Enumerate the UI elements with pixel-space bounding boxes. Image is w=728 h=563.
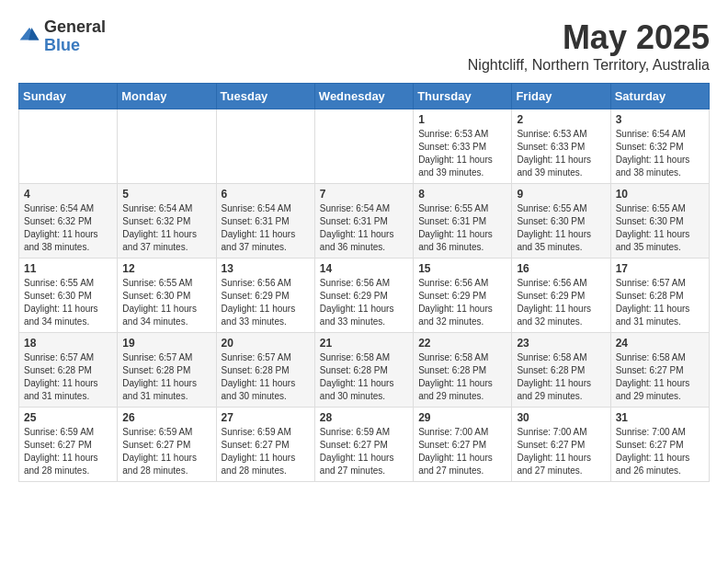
day-number: 12 bbox=[122, 262, 210, 275]
day-info: Sunrise: 6:54 AM Sunset: 6:31 PM Dayligh… bbox=[320, 202, 408, 254]
calendar-day-header: Monday bbox=[118, 84, 216, 109]
calendar-day-header: Tuesday bbox=[216, 84, 314, 109]
calendar-cell: 12Sunrise: 6:55 AM Sunset: 6:30 PM Dayli… bbox=[118, 259, 216, 333]
calendar-day-header: Wednesday bbox=[314, 84, 413, 109]
day-info: Sunrise: 6:55 AM Sunset: 6:31 PM Dayligh… bbox=[418, 202, 506, 254]
calendar-cell: 28Sunrise: 6:59 AM Sunset: 6:27 PM Dayli… bbox=[314, 408, 413, 482]
day-number: 18 bbox=[24, 337, 112, 350]
day-number: 5 bbox=[122, 188, 210, 201]
day-info: Sunrise: 6:59 AM Sunset: 6:27 PM Dayligh… bbox=[222, 426, 310, 477]
day-number: 24 bbox=[616, 337, 704, 350]
logo-blue: Blue bbox=[44, 37, 106, 55]
title-block: May 2025 Nightcliff, Northern Territory,… bbox=[468, 18, 710, 74]
day-number: 16 bbox=[517, 262, 605, 275]
day-info: Sunrise: 6:58 AM Sunset: 6:28 PM Dayligh… bbox=[517, 351, 605, 403]
calendar-cell: 30Sunrise: 7:00 AM Sunset: 6:27 PM Dayli… bbox=[512, 408, 610, 482]
calendar-cell: 14Sunrise: 6:56 AM Sunset: 6:29 PM Dayli… bbox=[314, 259, 413, 333]
calendar-row: 25Sunrise: 6:59 AM Sunset: 6:27 PM Dayli… bbox=[19, 408, 710, 482]
day-number: 9 bbox=[517, 188, 605, 201]
day-info: Sunrise: 6:54 AM Sunset: 6:32 PM Dayligh… bbox=[616, 128, 704, 179]
day-number: 21 bbox=[320, 337, 408, 350]
day-info: Sunrise: 6:55 AM Sunset: 6:30 PM Dayligh… bbox=[616, 202, 704, 254]
day-info: Sunrise: 6:58 AM Sunset: 6:28 PM Dayligh… bbox=[418, 351, 506, 403]
calendar-cell: 20Sunrise: 6:57 AM Sunset: 6:28 PM Dayli… bbox=[216, 333, 314, 408]
calendar-cell: 24Sunrise: 6:58 AM Sunset: 6:27 PM Dayli… bbox=[610, 333, 709, 408]
calendar-table: SundayMondayTuesdayWednesdayThursdayFrid… bbox=[18, 83, 710, 482]
day-number: 27 bbox=[222, 411, 310, 424]
day-info: Sunrise: 6:56 AM Sunset: 6:29 PM Dayligh… bbox=[222, 277, 310, 328]
calendar-cell: 23Sunrise: 6:58 AM Sunset: 6:28 PM Dayli… bbox=[512, 333, 610, 408]
logo: General Blue bbox=[18, 18, 106, 55]
page-title: May 2025 bbox=[468, 18, 710, 57]
day-number: 7 bbox=[320, 188, 408, 201]
calendar-day-header: Saturday bbox=[610, 84, 709, 109]
calendar-cell: 25Sunrise: 6:59 AM Sunset: 6:27 PM Dayli… bbox=[19, 408, 118, 482]
day-info: Sunrise: 6:54 AM Sunset: 6:31 PM Dayligh… bbox=[222, 202, 310, 254]
day-info: Sunrise: 6:58 AM Sunset: 6:27 PM Dayligh… bbox=[616, 351, 704, 403]
calendar-cell: 26Sunrise: 6:59 AM Sunset: 6:27 PM Dayli… bbox=[118, 408, 216, 482]
calendar-cell bbox=[19, 109, 118, 184]
calendar-cell: 6Sunrise: 6:54 AM Sunset: 6:31 PM Daylig… bbox=[216, 184, 314, 259]
logo-general: General bbox=[44, 18, 106, 37]
calendar-cell: 7Sunrise: 6:54 AM Sunset: 6:31 PM Daylig… bbox=[314, 184, 413, 259]
day-number: 20 bbox=[222, 337, 310, 350]
day-number: 25 bbox=[24, 411, 112, 424]
calendar-cell: 15Sunrise: 6:56 AM Sunset: 6:29 PM Dayli… bbox=[414, 259, 512, 333]
day-number: 17 bbox=[616, 262, 704, 275]
calendar-cell: 11Sunrise: 6:55 AM Sunset: 6:30 PM Dayli… bbox=[19, 259, 118, 333]
day-number: 2 bbox=[517, 113, 605, 126]
day-info: Sunrise: 6:55 AM Sunset: 6:30 PM Dayligh… bbox=[122, 277, 210, 328]
calendar-cell bbox=[118, 109, 216, 184]
calendar-cell: 3Sunrise: 6:54 AM Sunset: 6:32 PM Daylig… bbox=[610, 109, 709, 184]
calendar-cell: 8Sunrise: 6:55 AM Sunset: 6:31 PM Daylig… bbox=[414, 184, 512, 259]
day-number: 4 bbox=[24, 188, 112, 201]
calendar-cell: 17Sunrise: 6:57 AM Sunset: 6:28 PM Dayli… bbox=[610, 259, 709, 333]
calendar-cell: 5Sunrise: 6:54 AM Sunset: 6:32 PM Daylig… bbox=[118, 184, 216, 259]
day-info: Sunrise: 6:55 AM Sunset: 6:30 PM Dayligh… bbox=[517, 202, 605, 254]
day-info: Sunrise: 7:00 AM Sunset: 6:27 PM Dayligh… bbox=[517, 426, 605, 477]
day-info: Sunrise: 6:54 AM Sunset: 6:32 PM Dayligh… bbox=[122, 202, 210, 254]
day-info: Sunrise: 6:54 AM Sunset: 6:32 PM Dayligh… bbox=[24, 202, 112, 254]
day-number: 10 bbox=[616, 188, 704, 201]
day-info: Sunrise: 6:59 AM Sunset: 6:27 PM Dayligh… bbox=[24, 426, 112, 477]
calendar-day-header: Sunday bbox=[19, 84, 118, 109]
day-info: Sunrise: 6:57 AM Sunset: 6:28 PM Dayligh… bbox=[616, 277, 704, 328]
day-number: 1 bbox=[418, 113, 506, 126]
calendar-row: 1Sunrise: 6:53 AM Sunset: 6:33 PM Daylig… bbox=[19, 109, 710, 184]
day-info: Sunrise: 6:56 AM Sunset: 6:29 PM Dayligh… bbox=[418, 277, 506, 328]
day-number: 19 bbox=[122, 337, 210, 350]
calendar-cell: 2Sunrise: 6:53 AM Sunset: 6:33 PM Daylig… bbox=[512, 109, 610, 184]
day-number: 30 bbox=[517, 411, 605, 424]
calendar-cell: 9Sunrise: 6:55 AM Sunset: 6:30 PM Daylig… bbox=[512, 184, 610, 259]
day-number: 3 bbox=[616, 113, 704, 126]
page-subtitle: Nightcliff, Northern Territory, Australi… bbox=[468, 57, 710, 74]
logo-icon bbox=[18, 24, 40, 46]
calendar-cell: 16Sunrise: 6:56 AM Sunset: 6:29 PM Dayli… bbox=[512, 259, 610, 333]
calendar-cell bbox=[314, 109, 413, 184]
day-number: 11 bbox=[24, 262, 112, 275]
calendar-cell: 29Sunrise: 7:00 AM Sunset: 6:27 PM Dayli… bbox=[414, 408, 512, 482]
day-number: 22 bbox=[418, 337, 506, 350]
calendar-cell: 27Sunrise: 6:59 AM Sunset: 6:27 PM Dayli… bbox=[216, 408, 314, 482]
day-number: 14 bbox=[320, 262, 408, 275]
day-info: Sunrise: 7:00 AM Sunset: 6:27 PM Dayligh… bbox=[418, 426, 506, 477]
day-number: 6 bbox=[222, 188, 310, 201]
calendar-row: 18Sunrise: 6:57 AM Sunset: 6:28 PM Dayli… bbox=[19, 333, 710, 408]
calendar-cell: 13Sunrise: 6:56 AM Sunset: 6:29 PM Dayli… bbox=[216, 259, 314, 333]
day-info: Sunrise: 6:59 AM Sunset: 6:27 PM Dayligh… bbox=[320, 426, 408, 477]
calendar-cell: 22Sunrise: 6:58 AM Sunset: 6:28 PM Dayli… bbox=[414, 333, 512, 408]
calendar-row: 11Sunrise: 6:55 AM Sunset: 6:30 PM Dayli… bbox=[19, 259, 710, 333]
calendar-cell: 31Sunrise: 7:00 AM Sunset: 6:27 PM Dayli… bbox=[610, 408, 709, 482]
page-header: General Blue May 2025 Nightcliff, Northe… bbox=[18, 18, 710, 74]
day-info: Sunrise: 6:53 AM Sunset: 6:33 PM Dayligh… bbox=[418, 128, 506, 179]
day-info: Sunrise: 6:59 AM Sunset: 6:27 PM Dayligh… bbox=[122, 426, 210, 477]
calendar-cell: 10Sunrise: 6:55 AM Sunset: 6:30 PM Dayli… bbox=[610, 184, 709, 259]
calendar-cell: 21Sunrise: 6:58 AM Sunset: 6:28 PM Dayli… bbox=[314, 333, 413, 408]
calendar-day-header: Friday bbox=[512, 84, 610, 109]
day-number: 29 bbox=[418, 411, 506, 424]
day-info: Sunrise: 6:57 AM Sunset: 6:28 PM Dayligh… bbox=[222, 351, 310, 403]
day-number: 13 bbox=[222, 262, 310, 275]
day-info: Sunrise: 6:58 AM Sunset: 6:28 PM Dayligh… bbox=[320, 351, 408, 403]
calendar-cell: 18Sunrise: 6:57 AM Sunset: 6:28 PM Dayli… bbox=[19, 333, 118, 408]
day-info: Sunrise: 7:00 AM Sunset: 6:27 PM Dayligh… bbox=[616, 426, 704, 477]
